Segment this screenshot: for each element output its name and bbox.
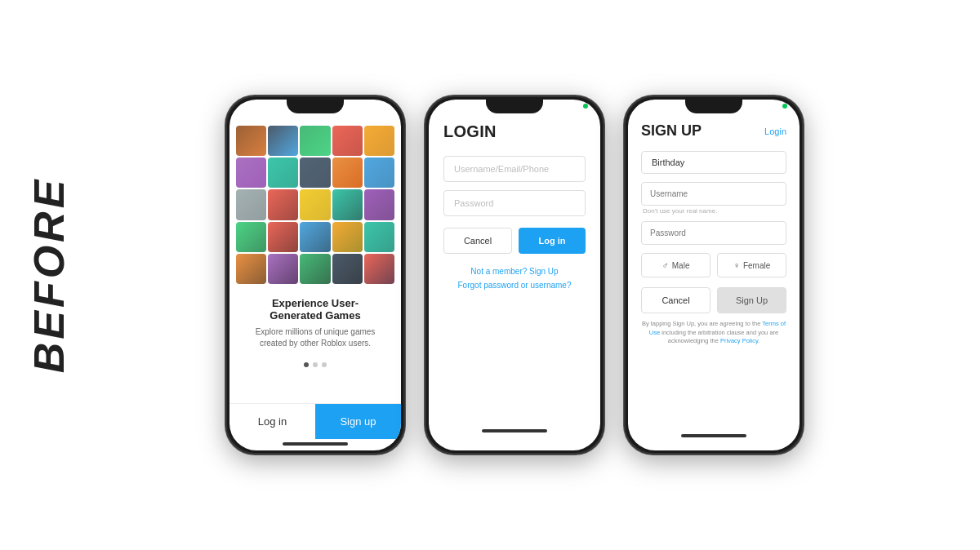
dot-3 [322, 362, 327, 367]
home-bar-3 [681, 434, 746, 437]
phone-3-signup: SIGN UP Login Birthday Don't use your re… [624, 95, 804, 455]
phone1-pagination-dots [229, 362, 401, 367]
not-member-text: Not a member? Sign Up [443, 267, 586, 276]
female-label: Female [743, 261, 770, 270]
game-tile-23 [300, 254, 330, 284]
phone1-text-block: Experience User-Generated Games Explore … [229, 284, 401, 356]
signup-screen-title: SIGN UP [641, 122, 702, 140]
dont-use-name-hint: Don't use your real name. [643, 207, 786, 215]
game-tile-10 [364, 157, 394, 188]
phone3-notch [685, 97, 742, 113]
game-tile-2 [268, 126, 298, 156]
game-tile-22 [268, 254, 298, 284]
phone1-inner: Experience User-Generated Games Explore … [229, 100, 401, 450]
gender-selection: ♂ Male ♀ Female [641, 253, 786, 277]
game-tile-14 [332, 189, 363, 220]
sign-up-link[interactable]: Sign Up [529, 267, 559, 276]
signup-password-input[interactable] [641, 221, 786, 245]
game-tile-3 [300, 126, 330, 156]
terms-text: By tapping Sign Up, you are agreeing to … [641, 320, 786, 346]
phone2-inner: LOGIN Cancel Log in Not a member? Sign U… [429, 100, 600, 450]
game-tile-1 [236, 126, 266, 156]
game-tile-8 [300, 157, 330, 188]
log-in-button[interactable]: Log in [519, 228, 586, 254]
phone1-content: Experience User-Generated Games Explore … [229, 100, 401, 450]
birthday-tab[interactable]: Birthday [641, 151, 786, 174]
signup-button[interactable]: Sign up [315, 404, 401, 439]
game-tile-9 [332, 157, 363, 188]
game-tile-16 [236, 222, 266, 252]
password-input[interactable] [443, 190, 586, 216]
phone-2-login: LOGIN Cancel Log in Not a member? Sign U… [425, 95, 604, 455]
login-button[interactable]: Log in [229, 404, 315, 439]
phones-container: Experience User-Generated Games Explore … [225, 95, 804, 455]
login-screen-title: LOGIN [443, 122, 586, 141]
signup-action-buttons: Cancel Sign Up [641, 287, 786, 313]
game-tile-25 [364, 254, 394, 284]
dot-1 [304, 362, 309, 367]
female-icon: ♀ [733, 260, 740, 270]
game-tile-7 [268, 157, 298, 188]
signup-header: SIGN UP Login [641, 122, 786, 140]
phone2-notch [486, 97, 543, 113]
phone2-content: LOGIN Cancel Log in Not a member? Sign U… [429, 100, 600, 450]
game-tile-19 [332, 222, 363, 252]
male-button[interactable]: ♂ Male [641, 253, 710, 277]
signup-login-link[interactable]: Login [764, 126, 786, 136]
phone-1-welcome: Experience User-Generated Games Explore … [225, 95, 405, 455]
home-bar-1 [283, 442, 348, 446]
game-tile-4 [332, 126, 363, 156]
page-container: BEFORE [0, 0, 980, 550]
game-tile-18 [300, 222, 330, 252]
game-tile-20 [364, 222, 394, 252]
sign-up-submit-button[interactable]: Sign Up [717, 287, 786, 313]
before-label: BEFORE [24, 177, 74, 374]
game-tile-12 [268, 189, 298, 220]
phone1-title: Experience User-Generated Games [246, 297, 385, 322]
forgot-password-link[interactable]: Forgot password or username? [443, 281, 586, 290]
username-email-phone-input[interactable] [443, 156, 586, 182]
username-input[interactable] [641, 182, 786, 206]
login-action-buttons: Cancel Log in [443, 228, 586, 254]
game-tile-11 [236, 189, 266, 220]
phone1-subtitle: Explore millions of unique games created… [246, 326, 385, 349]
male-icon: ♂ [662, 260, 669, 270]
dot-2 [313, 362, 318, 367]
game-tile-13 [300, 189, 330, 220]
phone3-inner: SIGN UP Login Birthday Don't use your re… [628, 100, 800, 450]
games-grid [229, 126, 401, 284]
phone1-action-buttons: Log in Sign up [229, 403, 401, 439]
login-links: Not a member? Sign Up Forgot password or… [443, 267, 586, 290]
game-tile-15 [364, 189, 394, 220]
privacy-policy-link[interactable]: Privacy Policy [720, 337, 758, 344]
home-bar-2 [482, 429, 547, 432]
game-tile-24 [332, 254, 363, 284]
phone1-notch [287, 97, 344, 113]
game-tile-21 [236, 254, 266, 284]
cancel-button[interactable]: Cancel [443, 228, 512, 254]
game-tile-6 [236, 157, 266, 188]
phone3-status-dot [782, 104, 787, 109]
female-button[interactable]: ♀ Female [717, 253, 786, 277]
game-tile-5 [364, 126, 394, 156]
male-label: Male [672, 261, 690, 270]
phone3-content: SIGN UP Login Birthday Don't use your re… [628, 100, 800, 450]
signup-cancel-button[interactable]: Cancel [641, 287, 710, 313]
game-tile-17 [268, 222, 298, 252]
phone2-status-dot [583, 104, 588, 109]
